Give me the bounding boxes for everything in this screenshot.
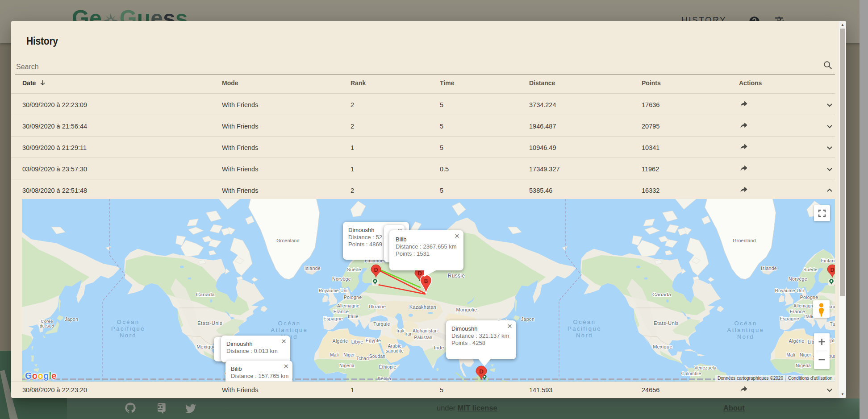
svg-text:D: D bbox=[479, 368, 484, 375]
